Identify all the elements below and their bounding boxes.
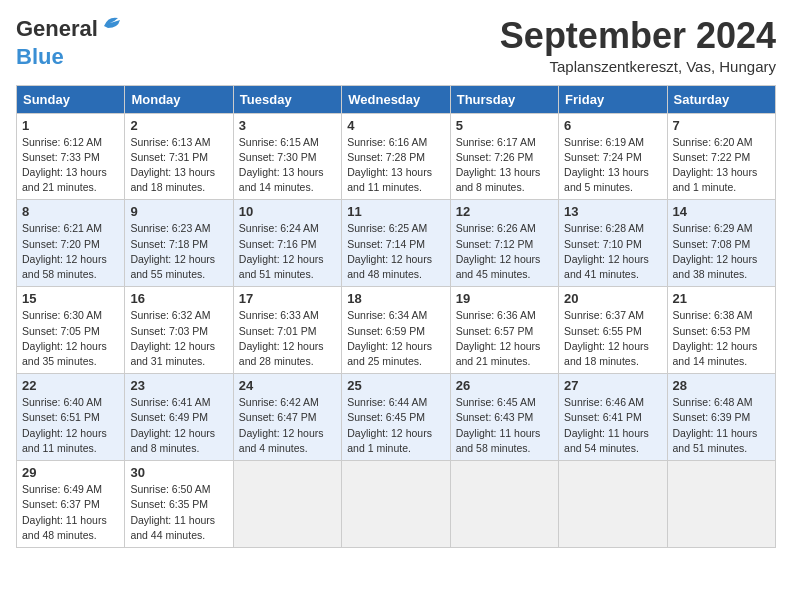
day-number: 18 [347, 291, 444, 306]
calendar-week-row: 29Sunrise: 6:49 AMSunset: 6:37 PMDayligh… [17, 461, 776, 548]
table-row [667, 461, 775, 548]
day-number: 14 [673, 204, 770, 219]
table-row [450, 461, 558, 548]
day-number: 4 [347, 118, 444, 133]
day-number: 15 [22, 291, 119, 306]
table-row: 10Sunrise: 6:24 AMSunset: 7:16 PMDayligh… [233, 200, 341, 287]
day-number: 22 [22, 378, 119, 393]
day-number: 12 [456, 204, 553, 219]
table-row [233, 461, 341, 548]
location: Taplanszentkereszt, Vas, Hungary [500, 58, 776, 75]
table-row: 13Sunrise: 6:28 AMSunset: 7:10 PMDayligh… [559, 200, 667, 287]
day-number: 23 [130, 378, 227, 393]
table-row: 14Sunrise: 6:29 AMSunset: 7:08 PMDayligh… [667, 200, 775, 287]
logo-bird-icon [100, 12, 122, 34]
day-number: 17 [239, 291, 336, 306]
day-number: 19 [456, 291, 553, 306]
table-row: 24Sunrise: 6:42 AMSunset: 6:47 PMDayligh… [233, 374, 341, 461]
table-row: 12Sunrise: 6:26 AMSunset: 7:12 PMDayligh… [450, 200, 558, 287]
day-number: 5 [456, 118, 553, 133]
day-info: Sunrise: 6:12 AMSunset: 7:33 PMDaylight:… [22, 135, 119, 196]
day-number: 20 [564, 291, 661, 306]
day-number: 8 [22, 204, 119, 219]
table-row: 3Sunrise: 6:15 AMSunset: 7:30 PMDaylight… [233, 113, 341, 200]
calendar-week-row: 15Sunrise: 6:30 AMSunset: 7:05 PMDayligh… [17, 287, 776, 374]
col-saturday: Saturday [667, 85, 775, 113]
day-number: 1 [22, 118, 119, 133]
table-row: 21Sunrise: 6:38 AMSunset: 6:53 PMDayligh… [667, 287, 775, 374]
day-info: Sunrise: 6:38 AMSunset: 6:53 PMDaylight:… [673, 308, 770, 369]
day-info: Sunrise: 6:15 AMSunset: 7:30 PMDaylight:… [239, 135, 336, 196]
day-info: Sunrise: 6:49 AMSunset: 6:37 PMDaylight:… [22, 482, 119, 543]
table-row: 6Sunrise: 6:19 AMSunset: 7:24 PMDaylight… [559, 113, 667, 200]
logo: General Blue [16, 16, 98, 70]
day-info: Sunrise: 6:17 AMSunset: 7:26 PMDaylight:… [456, 135, 553, 196]
day-number: 11 [347, 204, 444, 219]
table-row: 29Sunrise: 6:49 AMSunset: 6:37 PMDayligh… [17, 461, 125, 548]
table-row: 9Sunrise: 6:23 AMSunset: 7:18 PMDaylight… [125, 200, 233, 287]
day-info: Sunrise: 6:13 AMSunset: 7:31 PMDaylight:… [130, 135, 227, 196]
day-number: 9 [130, 204, 227, 219]
day-info: Sunrise: 6:41 AMSunset: 6:49 PMDaylight:… [130, 395, 227, 456]
day-info: Sunrise: 6:30 AMSunset: 7:05 PMDaylight:… [22, 308, 119, 369]
day-number: 10 [239, 204, 336, 219]
table-row: 8Sunrise: 6:21 AMSunset: 7:20 PMDaylight… [17, 200, 125, 287]
col-thursday: Thursday [450, 85, 558, 113]
day-number: 21 [673, 291, 770, 306]
day-number: 28 [673, 378, 770, 393]
day-info: Sunrise: 6:20 AMSunset: 7:22 PMDaylight:… [673, 135, 770, 196]
day-info: Sunrise: 6:23 AMSunset: 7:18 PMDaylight:… [130, 221, 227, 282]
table-row: 28Sunrise: 6:48 AMSunset: 6:39 PMDayligh… [667, 374, 775, 461]
day-info: Sunrise: 6:42 AMSunset: 6:47 PMDaylight:… [239, 395, 336, 456]
day-info: Sunrise: 6:32 AMSunset: 7:03 PMDaylight:… [130, 308, 227, 369]
day-number: 3 [239, 118, 336, 133]
day-info: Sunrise: 6:44 AMSunset: 6:45 PMDaylight:… [347, 395, 444, 456]
day-number: 6 [564, 118, 661, 133]
table-row: 27Sunrise: 6:46 AMSunset: 6:41 PMDayligh… [559, 374, 667, 461]
table-row: 25Sunrise: 6:44 AMSunset: 6:45 PMDayligh… [342, 374, 450, 461]
day-info: Sunrise: 6:19 AMSunset: 7:24 PMDaylight:… [564, 135, 661, 196]
day-number: 24 [239, 378, 336, 393]
day-number: 7 [673, 118, 770, 133]
col-monday: Monday [125, 85, 233, 113]
day-info: Sunrise: 6:37 AMSunset: 6:55 PMDaylight:… [564, 308, 661, 369]
table-row: 20Sunrise: 6:37 AMSunset: 6:55 PMDayligh… [559, 287, 667, 374]
day-number: 27 [564, 378, 661, 393]
month-title: September 2024 [500, 16, 776, 56]
table-row: 30Sunrise: 6:50 AMSunset: 6:35 PMDayligh… [125, 461, 233, 548]
logo-general: General [16, 16, 98, 41]
day-number: 30 [130, 465, 227, 480]
day-number: 26 [456, 378, 553, 393]
table-row: 4Sunrise: 6:16 AMSunset: 7:28 PMDaylight… [342, 113, 450, 200]
table-row: 11Sunrise: 6:25 AMSunset: 7:14 PMDayligh… [342, 200, 450, 287]
day-info: Sunrise: 6:46 AMSunset: 6:41 PMDaylight:… [564, 395, 661, 456]
table-row: 18Sunrise: 6:34 AMSunset: 6:59 PMDayligh… [342, 287, 450, 374]
table-row: 17Sunrise: 6:33 AMSunset: 7:01 PMDayligh… [233, 287, 341, 374]
calendar-week-row: 22Sunrise: 6:40 AMSunset: 6:51 PMDayligh… [17, 374, 776, 461]
calendar-body: 1Sunrise: 6:12 AMSunset: 7:33 PMDaylight… [17, 113, 776, 547]
table-row [559, 461, 667, 548]
day-info: Sunrise: 6:45 AMSunset: 6:43 PMDaylight:… [456, 395, 553, 456]
logo-blue: Blue [16, 44, 64, 70]
day-number: 29 [22, 465, 119, 480]
calendar-header-row: Sunday Monday Tuesday Wednesday Thursday… [17, 85, 776, 113]
day-info: Sunrise: 6:26 AMSunset: 7:12 PMDaylight:… [456, 221, 553, 282]
day-info: Sunrise: 6:40 AMSunset: 6:51 PMDaylight:… [22, 395, 119, 456]
day-info: Sunrise: 6:50 AMSunset: 6:35 PMDaylight:… [130, 482, 227, 543]
table-row: 7Sunrise: 6:20 AMSunset: 7:22 PMDaylight… [667, 113, 775, 200]
day-info: Sunrise: 6:29 AMSunset: 7:08 PMDaylight:… [673, 221, 770, 282]
table-row: 26Sunrise: 6:45 AMSunset: 6:43 PMDayligh… [450, 374, 558, 461]
calendar-table: Sunday Monday Tuesday Wednesday Thursday… [16, 85, 776, 548]
table-row: 22Sunrise: 6:40 AMSunset: 6:51 PMDayligh… [17, 374, 125, 461]
table-row: 19Sunrise: 6:36 AMSunset: 6:57 PMDayligh… [450, 287, 558, 374]
table-row [342, 461, 450, 548]
day-info: Sunrise: 6:24 AMSunset: 7:16 PMDaylight:… [239, 221, 336, 282]
col-friday: Friday [559, 85, 667, 113]
title-block: September 2024 Taplanszentkereszt, Vas, … [500, 16, 776, 75]
table-row: 23Sunrise: 6:41 AMSunset: 6:49 PMDayligh… [125, 374, 233, 461]
day-info: Sunrise: 6:36 AMSunset: 6:57 PMDaylight:… [456, 308, 553, 369]
col-tuesday: Tuesday [233, 85, 341, 113]
day-info: Sunrise: 6:25 AMSunset: 7:14 PMDaylight:… [347, 221, 444, 282]
table-row: 16Sunrise: 6:32 AMSunset: 7:03 PMDayligh… [125, 287, 233, 374]
page-header: General Blue September 2024 Taplanszentk… [16, 16, 776, 75]
